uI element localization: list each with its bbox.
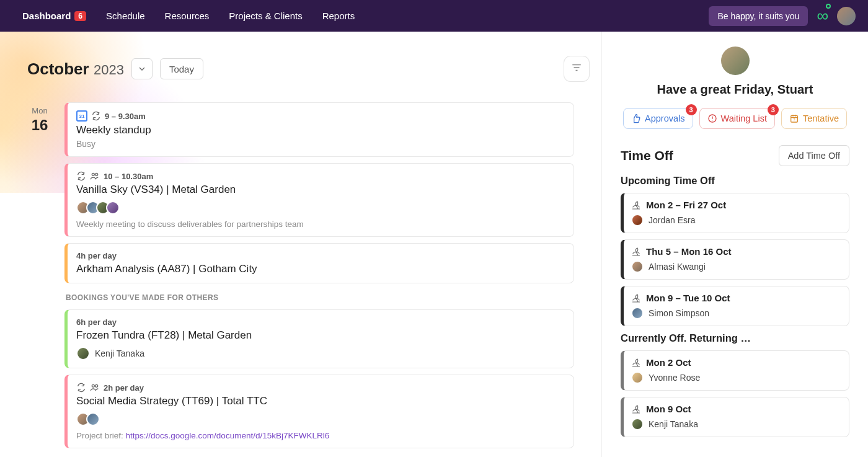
avatar-stack bbox=[76, 412, 565, 426]
card-title: Vanilla Sky (VS34) | Metal Garden bbox=[76, 184, 565, 196]
filter-icon bbox=[571, 62, 582, 76]
nav-tab-resources[interactable]: Resources bbox=[155, 0, 219, 32]
nav-tab-projects-clients[interactable]: Projects & Clients bbox=[219, 0, 312, 32]
gcal-icon bbox=[76, 110, 87, 122]
avatar bbox=[631, 307, 644, 319]
beach-icon bbox=[631, 404, 641, 414]
timeoff-person: Jordan Esra bbox=[631, 214, 841, 226]
top-nav: Dashboard6ScheduleResourcesProjects & Cl… bbox=[0, 0, 868, 32]
month-header: October 2023 Today bbox=[27, 56, 589, 81]
timeoff-card[interactable]: Mon 2 Oct Yvonne Rose bbox=[621, 350, 849, 391]
timeoff-card[interactable]: Mon 9 – Tue 10 Oct Simon Simpson bbox=[621, 286, 849, 326]
section-label: BOOKINGS YOU'VE MADE FOR OTHERS bbox=[66, 293, 574, 302]
nav-tabs: Dashboard6ScheduleResourcesProjects & Cl… bbox=[12, 0, 365, 32]
recur-icon bbox=[76, 383, 86, 393]
greeting-text: Have a great Friday, Stuart bbox=[621, 82, 849, 97]
status-chips: Approvals3Waiting List3Tentative bbox=[621, 108, 849, 129]
thumb-icon bbox=[631, 113, 641, 123]
sidebar: Have a great Friday, Stuart Approvals3Wa… bbox=[601, 32, 868, 457]
page-title: October 2023 bbox=[27, 60, 124, 79]
person-name: Kenji Tanaka bbox=[95, 348, 144, 358]
booking-card[interactable]: 6h per day Frozen Tundra (FT28) | Metal … bbox=[64, 309, 574, 368]
card-note: Weekly meeting to discuss deliverables f… bbox=[76, 220, 565, 229]
infinity-icon[interactable]: ∞ bbox=[817, 6, 828, 25]
people-icon bbox=[90, 171, 100, 181]
nav-right: Be happy, it suits you ∞ bbox=[709, 6, 856, 26]
card-meta: 2h per day bbox=[76, 383, 565, 393]
timeoff-person: Simon Simpson bbox=[631, 307, 841, 319]
card-meta: 6h per day bbox=[76, 317, 565, 327]
timeoff-title: Time Off bbox=[621, 148, 673, 163]
chevron-down-icon bbox=[137, 64, 147, 74]
card-title: Frozen Tundra (FT28) | Metal Garden bbox=[76, 329, 565, 342]
timeoff-card[interactable]: Mon 2 – Fri 27 Oct Jordan Esra bbox=[621, 193, 849, 233]
cal-icon bbox=[789, 113, 799, 123]
chip-waiting-list[interactable]: Waiting List3 bbox=[699, 108, 775, 129]
recur-icon bbox=[91, 111, 101, 121]
avatar bbox=[76, 347, 90, 360]
chip-badge: 3 bbox=[768, 104, 779, 115]
beach-icon bbox=[631, 358, 641, 368]
timeoff-range: Mon 9 Oct bbox=[631, 404, 841, 414]
card-title: Social Media Strategy (TT69) | Total TTC bbox=[76, 395, 565, 407]
chip-approvals[interactable]: Approvals3 bbox=[623, 108, 693, 129]
chip-tentative[interactable]: Tentative bbox=[781, 108, 847, 129]
card-title: Arkham Analysis (AA87) | Gotham City bbox=[76, 263, 565, 275]
people-icon bbox=[90, 383, 100, 393]
upcoming-title: Upcoming Time Off bbox=[621, 175, 849, 187]
timeoff-card[interactable]: Thu 5 – Mon 16 Oct Almasi Kwangi bbox=[621, 239, 849, 280]
booking-card[interactable]: 9 – 9.30am Weekly standup Busy bbox=[64, 102, 574, 157]
timeoff-range: Mon 2 Oct bbox=[631, 357, 841, 368]
avatar bbox=[631, 214, 644, 226]
main-column: October 2023 Today Mon16 9 – 9.30am Week… bbox=[0, 32, 601, 457]
month-picker-button[interactable] bbox=[131, 58, 153, 79]
alert-icon bbox=[707, 113, 717, 123]
booking-card[interactable]: 4h per day Arkham Analysis (AA87) | Goth… bbox=[64, 243, 574, 283]
add-timeoff-button[interactable]: Add Time Off bbox=[779, 145, 849, 166]
beach-icon bbox=[631, 293, 641, 303]
nav-tab-reports[interactable]: Reports bbox=[312, 0, 365, 32]
timeoff-range: Mon 2 – Fri 27 Oct bbox=[631, 200, 841, 210]
day-label: Mon16 bbox=[27, 102, 52, 448]
chip-badge: 3 bbox=[686, 104, 697, 115]
user-avatar[interactable] bbox=[837, 7, 856, 25]
day-row: Mon16 9 – 9.30am Weekly standup Busy 10 … bbox=[12, 102, 589, 448]
card-sub: Busy bbox=[76, 139, 565, 149]
greeting-avatar[interactable] bbox=[721, 47, 750, 75]
card-title: Weekly standup bbox=[76, 124, 565, 136]
avatar bbox=[631, 371, 644, 384]
nav-tab-schedule[interactable]: Schedule bbox=[96, 0, 155, 32]
timeoff-range: Mon 9 – Tue 10 Oct bbox=[631, 293, 841, 303]
timeoff-person: Yvonne Rose bbox=[631, 371, 841, 384]
nav-tab-dashboard[interactable]: Dashboard6 bbox=[12, 0, 96, 32]
card-meta: 9 – 9.30am bbox=[76, 110, 565, 122]
booking-card[interactable]: 2h per day Social Media Strategy (TT69) … bbox=[64, 375, 574, 448]
avatar bbox=[631, 260, 644, 273]
booking-card[interactable]: 10 – 10.30am Vanilla Sky (VS34) | Metal … bbox=[64, 163, 574, 237]
cta-button[interactable]: Be happy, it suits you bbox=[709, 6, 808, 26]
note-link[interactable]: https://docs.google.com/document/d/15kBj… bbox=[126, 431, 330, 440]
avatar-stack bbox=[76, 201, 565, 215]
timeoff-range: Thu 5 – Mon 16 Oct bbox=[631, 246, 841, 257]
card-note: Project brief: https://docs.google.com/d… bbox=[76, 431, 565, 440]
beach-icon bbox=[631, 247, 641, 257]
card-meta: 4h per day bbox=[76, 251, 565, 260]
timeoff-card[interactable]: Mon 9 Oct Kenji Tanaka bbox=[621, 397, 849, 437]
avatar bbox=[86, 412, 100, 426]
avatar bbox=[631, 418, 644, 430]
timeoff-person: Kenji Tanaka bbox=[631, 418, 841, 430]
timeoff-person: Almasi Kwangi bbox=[631, 260, 841, 273]
returning-title: Currently Off. Returning … bbox=[621, 332, 849, 344]
filter-button[interactable] bbox=[564, 56, 589, 81]
timeoff-header: Time Off Add Time Off bbox=[621, 145, 849, 166]
card-meta: 10 – 10.30am bbox=[76, 171, 565, 181]
today-button[interactable]: Today bbox=[160, 58, 203, 79]
recur-icon bbox=[76, 171, 86, 181]
beach-icon bbox=[631, 200, 641, 210]
avatar bbox=[106, 201, 120, 215]
nav-badge: 6 bbox=[74, 11, 86, 21]
